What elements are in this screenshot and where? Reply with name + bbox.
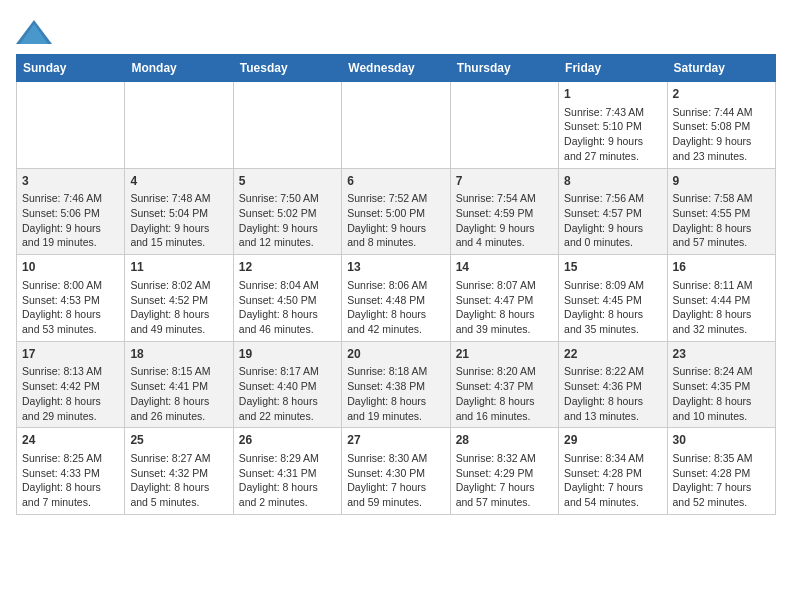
day-info: Sunrise: 8:34 AM [564, 451, 661, 466]
day-info: Daylight: 7 hours [673, 480, 770, 495]
day-info: Sunrise: 8:30 AM [347, 451, 444, 466]
day-info: Daylight: 9 hours [564, 134, 661, 149]
day-info: Sunset: 4:30 PM [347, 466, 444, 481]
calendar-cell: 17Sunrise: 8:13 AMSunset: 4:42 PMDayligh… [17, 341, 125, 428]
day-info: Daylight: 9 hours [673, 134, 770, 149]
day-number: 8 [564, 173, 661, 190]
day-info: Daylight: 8 hours [347, 394, 444, 409]
calendar-cell: 29Sunrise: 8:34 AMSunset: 4:28 PMDayligh… [559, 428, 667, 515]
week-row-4: 17Sunrise: 8:13 AMSunset: 4:42 PMDayligh… [17, 341, 776, 428]
day-info: Sunset: 4:32 PM [130, 466, 227, 481]
calendar-cell: 14Sunrise: 8:07 AMSunset: 4:47 PMDayligh… [450, 255, 558, 342]
day-number: 21 [456, 346, 553, 363]
day-number: 11 [130, 259, 227, 276]
day-info: Sunset: 4:42 PM [22, 379, 119, 394]
day-info: Daylight: 8 hours [130, 307, 227, 322]
day-info: and 0 minutes. [564, 235, 661, 250]
day-info: Daylight: 8 hours [22, 394, 119, 409]
day-info: Sunrise: 7:58 AM [673, 191, 770, 206]
day-info: Sunset: 4:50 PM [239, 293, 336, 308]
day-info: and 52 minutes. [673, 495, 770, 510]
day-info: Daylight: 8 hours [456, 307, 553, 322]
day-info: and 32 minutes. [673, 322, 770, 337]
day-info: Sunset: 4:45 PM [564, 293, 661, 308]
calendar-cell: 21Sunrise: 8:20 AMSunset: 4:37 PMDayligh… [450, 341, 558, 428]
day-info: and 4 minutes. [456, 235, 553, 250]
day-info: Sunset: 5:08 PM [673, 119, 770, 134]
calendar-cell: 16Sunrise: 8:11 AMSunset: 4:44 PMDayligh… [667, 255, 775, 342]
day-info: and 19 minutes. [22, 235, 119, 250]
calendar-cell: 12Sunrise: 8:04 AMSunset: 4:50 PMDayligh… [233, 255, 341, 342]
day-info: Sunrise: 8:25 AM [22, 451, 119, 466]
calendar-cell: 19Sunrise: 8:17 AMSunset: 4:40 PMDayligh… [233, 341, 341, 428]
day-info: Daylight: 8 hours [22, 307, 119, 322]
week-row-1: 1Sunrise: 7:43 AMSunset: 5:10 PMDaylight… [17, 82, 776, 169]
calendar-cell: 11Sunrise: 8:02 AMSunset: 4:52 PMDayligh… [125, 255, 233, 342]
week-row-3: 10Sunrise: 8:00 AMSunset: 4:53 PMDayligh… [17, 255, 776, 342]
day-number: 28 [456, 432, 553, 449]
calendar-cell: 25Sunrise: 8:27 AMSunset: 4:32 PMDayligh… [125, 428, 233, 515]
day-info: Sunrise: 8:35 AM [673, 451, 770, 466]
day-info: Sunrise: 8:32 AM [456, 451, 553, 466]
calendar-cell: 8Sunrise: 7:56 AMSunset: 4:57 PMDaylight… [559, 168, 667, 255]
day-info: Daylight: 8 hours [130, 480, 227, 495]
day-info: and 27 minutes. [564, 149, 661, 164]
day-info: and 54 minutes. [564, 495, 661, 510]
day-info: Sunrise: 8:18 AM [347, 364, 444, 379]
week-row-5: 24Sunrise: 8:25 AMSunset: 4:33 PMDayligh… [17, 428, 776, 515]
day-number: 2 [673, 86, 770, 103]
calendar-cell: 6Sunrise: 7:52 AMSunset: 5:00 PMDaylight… [342, 168, 450, 255]
weekday-header-row: SundayMondayTuesdayWednesdayThursdayFrid… [17, 55, 776, 82]
day-info: Daylight: 8 hours [673, 221, 770, 236]
day-number: 17 [22, 346, 119, 363]
day-info: Daylight: 8 hours [564, 394, 661, 409]
calendar-cell [233, 82, 341, 169]
day-number: 5 [239, 173, 336, 190]
day-number: 14 [456, 259, 553, 276]
day-info: Sunset: 5:04 PM [130, 206, 227, 221]
day-info: Sunrise: 8:09 AM [564, 278, 661, 293]
calendar-cell: 20Sunrise: 8:18 AMSunset: 4:38 PMDayligh… [342, 341, 450, 428]
day-info: Sunset: 4:41 PM [130, 379, 227, 394]
calendar-cell: 1Sunrise: 7:43 AMSunset: 5:10 PMDaylight… [559, 82, 667, 169]
day-info: Daylight: 8 hours [673, 394, 770, 409]
day-number: 15 [564, 259, 661, 276]
day-number: 1 [564, 86, 661, 103]
calendar-cell: 18Sunrise: 8:15 AMSunset: 4:41 PMDayligh… [125, 341, 233, 428]
calendar-cell: 22Sunrise: 8:22 AMSunset: 4:36 PMDayligh… [559, 341, 667, 428]
day-info: Sunrise: 8:02 AM [130, 278, 227, 293]
day-info: Sunset: 4:37 PM [456, 379, 553, 394]
calendar-cell: 3Sunrise: 7:46 AMSunset: 5:06 PMDaylight… [17, 168, 125, 255]
day-info: Sunrise: 7:43 AM [564, 105, 661, 120]
day-info: Sunrise: 7:52 AM [347, 191, 444, 206]
calendar-table: SundayMondayTuesdayWednesdayThursdayFrid… [16, 54, 776, 515]
calendar-cell: 10Sunrise: 8:00 AMSunset: 4:53 PMDayligh… [17, 255, 125, 342]
day-info: and 2 minutes. [239, 495, 336, 510]
weekday-header-tuesday: Tuesday [233, 55, 341, 82]
calendar-cell [125, 82, 233, 169]
day-info: Sunset: 4:28 PM [673, 466, 770, 481]
calendar-cell: 5Sunrise: 7:50 AMSunset: 5:02 PMDaylight… [233, 168, 341, 255]
day-info: Sunset: 4:36 PM [564, 379, 661, 394]
day-info: and 57 minutes. [456, 495, 553, 510]
day-info: Daylight: 8 hours [239, 394, 336, 409]
day-info: and 12 minutes. [239, 235, 336, 250]
day-info: Sunrise: 8:00 AM [22, 278, 119, 293]
day-info: Sunset: 4:28 PM [564, 466, 661, 481]
day-info: and 19 minutes. [347, 409, 444, 424]
day-info: and 23 minutes. [673, 149, 770, 164]
day-number: 3 [22, 173, 119, 190]
day-info: Daylight: 8 hours [130, 394, 227, 409]
day-info: Sunset: 4:38 PM [347, 379, 444, 394]
day-info: Sunset: 4:29 PM [456, 466, 553, 481]
day-info: Sunset: 5:02 PM [239, 206, 336, 221]
day-info: Daylight: 9 hours [239, 221, 336, 236]
day-info: Sunrise: 8:27 AM [130, 451, 227, 466]
day-info: Sunrise: 8:29 AM [239, 451, 336, 466]
day-info: Sunrise: 7:50 AM [239, 191, 336, 206]
day-info: Sunrise: 7:54 AM [456, 191, 553, 206]
day-info: Sunset: 4:40 PM [239, 379, 336, 394]
weekday-header-wednesday: Wednesday [342, 55, 450, 82]
day-info: and 53 minutes. [22, 322, 119, 337]
day-info: Daylight: 8 hours [456, 394, 553, 409]
